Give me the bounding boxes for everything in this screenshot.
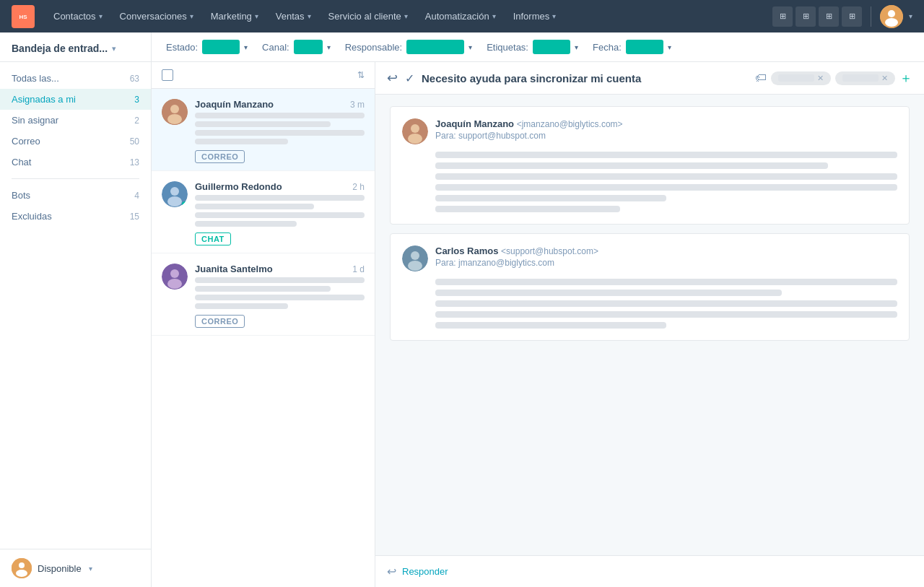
- sidebar-footer[interactable]: Disponible ▾: [0, 549, 151, 587]
- detail-header: ↩ ✓ Necesito ayuda para sincronizar mi c…: [375, 62, 924, 95]
- conv-badge-chat: CHAT: [195, 232, 231, 245]
- nav-marketing[interactable]: Marketing ▾: [204, 6, 266, 26]
- conv-badge-correo-1: CORREO: [195, 150, 245, 163]
- msg-meta-2: Carlos Ramos <support@hubspot.com> Para:…: [435, 245, 897, 268]
- nav-icon-group: ⊞ ⊞ ⊞ ⊞: [772, 6, 862, 27]
- nav-ventas[interactable]: Ventas ▾: [269, 6, 318, 26]
- conv-info-joaquin: Joaquín Manzano 3 m CORREO: [195, 99, 365, 163]
- svg-point-6: [19, 562, 25, 568]
- detail-chip-1: ✕: [771, 71, 831, 85]
- availability-status: Disponible: [38, 563, 82, 574]
- svg-point-3: [888, 10, 895, 17]
- filter-responsable-value[interactable]: [406, 40, 464, 54]
- chip-2-close[interactable]: ✕: [881, 74, 888, 83]
- content-area: Estado: ▾ Canal: ▾ Responsable: ▾ Etique…: [152, 32, 924, 587]
- detail-chip-2: ✕: [835, 71, 895, 85]
- sidebar-header: Bandeja de entrad... ▾: [0, 32, 151, 62]
- msg-meta-1: Joaquín Manzano <jmanzano@biglytics.com>…: [435, 118, 897, 141]
- chevron-down-icon: ▾: [99, 12, 103, 20]
- chip-1-close[interactable]: ✕: [817, 74, 824, 83]
- sidebar-nav: Todas las... 63 Asignadas a mi 3 Sin asi…: [0, 62, 151, 549]
- reply-back-button[interactable]: ↩: [387, 70, 398, 86]
- filter-fecha: Fecha: ▾: [593, 40, 671, 54]
- filter-fecha-chevron[interactable]: ▾: [668, 43, 671, 51]
- sidebar-item-chat[interactable]: Chat 13: [0, 152, 151, 173]
- svg-point-9: [170, 105, 179, 113]
- conversation-item-joaquin[interactable]: Joaquín Manzano 3 m CORREO: [152, 89, 375, 171]
- add-tag-button[interactable]: ＋: [899, 69, 912, 87]
- nav-automatizacion[interactable]: Automatización ▾: [418, 6, 503, 26]
- sort-button[interactable]: ⇅: [357, 70, 365, 80]
- conv-badge-correo-3: CORREO: [195, 315, 245, 328]
- svg-point-7: [16, 570, 27, 577]
- unread-dot-guillermo: [182, 201, 188, 207]
- svg-point-15: [170, 269, 179, 278]
- sidebar: Bandeja de entrad... ▾ Todas las... 63 A…: [0, 32, 152, 587]
- conv-avatar-joaquin: [162, 99, 188, 125]
- conv-avatar-guillermo: [162, 181, 188, 207]
- sidebar-divider: [12, 178, 139, 179]
- chevron-down-icon: ▾: [255, 12, 258, 20]
- detail-subject: Necesito ayuda para sincronizar mi cuent…: [422, 72, 748, 84]
- msg-avatar-carlos: [402, 245, 428, 271]
- reply-icon: ↩: [387, 565, 396, 578]
- sidebar-item-todas[interactable]: Todas las... 63: [0, 68, 151, 89]
- nav-contactos[interactable]: Contactos ▾: [46, 6, 110, 26]
- message-card-carlos: Carlos Ramos <support@hubspot.com> Para:…: [390, 233, 910, 341]
- sidebar-header-chevron[interactable]: ▾: [112, 44, 116, 53]
- sidebar-item-asignadas[interactable]: Asignadas a mi 3: [0, 89, 151, 110]
- nav-informes[interactable]: Informes ▾: [506, 6, 564, 26]
- sidebar-item-sin-asignar[interactable]: Sin asignar 2: [0, 110, 151, 131]
- conversation-item-guillermo[interactable]: Guillermo Redondo 2 h CHAT: [152, 171, 375, 253]
- filter-estado-value[interactable]: [202, 40, 240, 54]
- svg-point-21: [411, 251, 419, 260]
- msg-avatar-joaquin: [402, 118, 428, 144]
- nav-divider: [871, 6, 871, 27]
- message-card-joaquin: Joaquín Manzano <jmanzano@biglytics.com>…: [390, 106, 910, 225]
- reply-button[interactable]: Responder: [402, 566, 448, 577]
- chevron-down-icon: ▾: [308, 12, 311, 20]
- tag-icon[interactable]: 🏷: [755, 71, 767, 84]
- filter-canal-chevron[interactable]: ▾: [327, 43, 331, 51]
- nav-icon-btn-2[interactable]: ⊞: [796, 6, 816, 27]
- select-all-checkbox[interactable]: [162, 69, 173, 81]
- sidebar-item-correo[interactable]: Correo 50: [0, 131, 151, 152]
- message-header-2: Carlos Ramos <support@hubspot.com> Para:…: [402, 245, 897, 271]
- filter-etiquetas-chevron[interactable]: ▾: [575, 43, 578, 51]
- footer-chevron-icon: ▾: [89, 565, 92, 573]
- message-header-1: Joaquín Manzano <jmanzano@biglytics.com>…: [402, 118, 897, 144]
- sidebar-title: Bandeja de entrad...: [12, 43, 108, 54]
- sidebar-item-excluidas[interactable]: Excluidas 15: [0, 206, 151, 227]
- filter-estado: Estado: ▾: [166, 40, 248, 54]
- conv-list-header: ⇅: [152, 62, 375, 89]
- nav-icon-btn-3[interactable]: ⊞: [819, 6, 839, 27]
- hubspot-logo[interactable]: HS: [12, 5, 35, 28]
- mark-resolved-button[interactable]: ✓: [405, 71, 414, 85]
- conv-preview-juanita: [195, 277, 365, 309]
- reply-footer: ↩ Responder: [375, 555, 924, 587]
- nav-servicio[interactable]: Servicio al cliente ▾: [321, 6, 415, 26]
- conversation-item-juanita[interactable]: Juanita Santelmo 1 d CORREO: [152, 253, 375, 336]
- filter-etiquetas-value[interactable]: [533, 40, 570, 54]
- filter-canal-value[interactable]: [294, 40, 323, 54]
- svg-point-13: [167, 196, 182, 206]
- filter-fecha-value[interactable]: [626, 40, 663, 54]
- msg-body-1: [402, 152, 897, 212]
- user-menu-chevron[interactable]: ▾: [909, 12, 912, 20]
- chevron-down-icon: ▾: [492, 12, 496, 20]
- nav-icon-btn-1[interactable]: ⊞: [772, 6, 793, 27]
- top-navigation: HS Contactos ▾ Conversaciones ▾ Marketin…: [0, 0, 924, 32]
- svg-point-19: [408, 134, 422, 144]
- nav-icon-btn-4[interactable]: ⊞: [842, 6, 862, 27]
- filter-responsable-chevron[interactable]: ▾: [468, 43, 472, 51]
- user-avatar[interactable]: [880, 5, 903, 28]
- filter-canal: Canal: ▾: [262, 40, 331, 54]
- conv-preview-joaquin: [195, 113, 365, 144]
- conv-info-juanita: Juanita Santelmo 1 d CORREO: [195, 264, 365, 328]
- svg-point-12: [170, 187, 179, 196]
- filter-estado-chevron[interactable]: ▾: [244, 43, 248, 51]
- chevron-down-icon: ▾: [552, 12, 556, 20]
- sidebar-item-bots[interactable]: Bots 4: [0, 185, 151, 206]
- filter-bar: Estado: ▾ Canal: ▾ Responsable: ▾ Etique…: [152, 32, 924, 62]
- nav-conversaciones[interactable]: Conversaciones ▾: [113, 6, 201, 26]
